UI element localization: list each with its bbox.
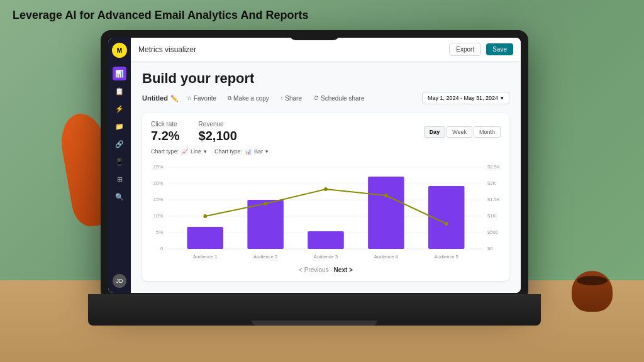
svg-rect-19	[247, 200, 284, 249]
chart-type-bar-selector[interactable]: Chart type: 📊 Bar ▾	[214, 148, 269, 155]
sidebar-item-apps[interactable]: ⊞	[113, 172, 126, 186]
clock-icon: ⏱	[313, 95, 319, 101]
user-avatar[interactable]: JD	[113, 274, 126, 288]
screen-content: M 📊 📋 ⚡ 📁 🔗 📱 ⊞ 🔍 JD Metrics visualizer	[108, 38, 521, 293]
svg-text:Audience 4: Audience 4	[374, 254, 399, 260]
svg-rect-21	[368, 177, 404, 249]
app-logo: M	[112, 43, 127, 58]
sidebar-item-reports[interactable]: 📋	[113, 84, 126, 98]
main-content: Metrics visualizer Export Save Build you…	[131, 38, 521, 293]
laptop: M 📊 📋 ⚡ 📁 🔗 📱 ⊞ 🔍 JD Metrics visualizer	[101, 30, 528, 326]
chart-type-line-selector[interactable]: Chart type: 📈 Line ▾	[151, 148, 207, 155]
svg-point-23	[203, 214, 207, 218]
svg-text:Audience 5: Audience 5	[435, 254, 459, 260]
sidebar-item-campaigns[interactable]: 📁	[113, 119, 126, 133]
laptop-keyboard	[88, 294, 541, 326]
topbar-title: Metrics visualizer	[138, 45, 444, 54]
sidebar-item-search[interactable]: 🔍	[113, 190, 126, 204]
svg-point-26	[384, 194, 388, 197]
svg-text:15%: 15%	[153, 197, 163, 202]
svg-text:$500: $500	[487, 229, 499, 235]
content-area: Build your report Untitled ✏️ ☆ Favorite…	[131, 62, 521, 293]
chevron-down-icon-3: ▾	[265, 148, 269, 155]
prev-button[interactable]: < Previous	[299, 266, 329, 273]
line-chart-icon: 📈	[181, 148, 188, 155]
export-button[interactable]: Export	[449, 43, 481, 56]
sidebar: M 📊 📋 ⚡ 📁 🔗 📱 ⊞ 🔍 JD	[108, 38, 131, 293]
svg-text:5%: 5%	[156, 229, 163, 235]
svg-text:Audience 1: Audience 1	[193, 254, 217, 260]
sidebar-item-mobile[interactable]: 📱	[113, 155, 126, 168]
favorite-button[interactable]: ☆ Favorite	[184, 94, 219, 103]
period-week-button[interactable]: Week	[447, 126, 472, 138]
save-button[interactable]: Save	[486, 43, 513, 55]
metric-group: Click rate 7.2% Revenue $2,100	[151, 121, 424, 143]
svg-text:$0: $0	[487, 246, 493, 251]
svg-text:$1K: $1K	[487, 213, 496, 219]
laptop-screen: M 📊 📋 ⚡ 📁 🔗 📱 ⊞ 🔍 JD Metrics visualizer	[101, 30, 528, 300]
svg-text:Audience 2: Audience 2	[253, 254, 277, 260]
period-day-button[interactable]: Day	[424, 126, 446, 138]
click-rate-label: Click rate	[151, 121, 180, 128]
bar-chart-icon: 📊	[245, 148, 252, 155]
next-button[interactable]: Next >	[334, 266, 353, 273]
edit-icon[interactable]: ✏️	[170, 95, 178, 102]
chart-svg: 25% 20% 15% 10% 5% 0 $2.5K $2K $1.5K $	[151, 161, 501, 261]
svg-point-24	[264, 202, 267, 206]
click-rate-value: 7.2%	[151, 129, 180, 143]
share-label: Share	[285, 95, 302, 102]
pagination: < Previous Next >	[151, 266, 501, 273]
date-range-picker[interactable]: May 1, 2024 - May 31, 2024 ▾	[422, 92, 509, 104]
chart-controls: Chart type: 📈 Line ▾ Chart type: 📊 Bar ▾	[151, 148, 501, 155]
svg-text:20%: 20%	[153, 180, 163, 186]
copy-button[interactable]: ⧉ Make a copy	[225, 94, 272, 103]
metrics-card: Click rate 7.2% Revenue $2,100 Day	[142, 113, 509, 281]
chart-type-1-label: Chart type:	[151, 148, 179, 155]
period-month-button[interactable]: Month	[474, 126, 501, 138]
svg-text:$1.5K: $1.5K	[487, 197, 501, 202]
schedule-button[interactable]: ⏱ Schedule share	[311, 94, 367, 103]
svg-rect-18	[187, 227, 224, 249]
svg-rect-20	[308, 231, 344, 249]
page-title: Leverage AI for Advanced Email Analytics…	[13, 9, 308, 22]
revenue-label: Revenue	[199, 121, 237, 128]
svg-text:10%: 10%	[153, 213, 163, 219]
chevron-down-icon: ▾	[501, 95, 504, 101]
copy-label: Make a copy	[233, 95, 269, 102]
report-title: Build your report	[142, 70, 509, 87]
chart-type-2-value: Bar	[254, 148, 263, 155]
actions-bar: Untitled ✏️ ☆ Favorite ⧉ Make a copy ↑	[142, 92, 509, 104]
sidebar-item-automation[interactable]: ⚡	[113, 102, 126, 116]
svg-text:Audience 3: Audience 3	[314, 254, 338, 260]
star-icon: ☆	[187, 95, 192, 101]
svg-text:$2K: $2K	[487, 180, 496, 186]
chevron-down-icon-2: ▾	[204, 148, 207, 155]
svg-point-25	[324, 187, 328, 191]
svg-text:0: 0	[160, 246, 164, 251]
share-button[interactable]: ↑ Share	[278, 94, 304, 103]
chart-type-2-label: Chart type:	[214, 148, 242, 155]
svg-text:25%: 25%	[153, 164, 163, 170]
chart-type-1-value: Line	[191, 148, 201, 155]
date-range-value: May 1, 2024 - May 31, 2024	[428, 95, 498, 101]
coffee-cup	[572, 271, 613, 312]
svg-text:$2.5K: $2.5K	[487, 164, 501, 170]
svg-point-27	[445, 222, 448, 226]
revenue-value: $2,100	[199, 129, 237, 143]
revenue-metric: Revenue $2,100	[199, 121, 237, 143]
share-icon: ↑	[280, 95, 284, 101]
chart-area: 25% 20% 15% 10% 5% 0 $2.5K $2K $1.5K $	[151, 161, 501, 261]
topbar: Metrics visualizer Export Save	[131, 38, 521, 62]
document-name: Untitled ✏️	[142, 94, 178, 102]
sidebar-item-integrations[interactable]: 🔗	[113, 137, 126, 151]
metrics-header: Click rate 7.2% Revenue $2,100 Day	[151, 121, 501, 143]
laptop-notch	[289, 30, 340, 40]
period-buttons: Day Week Month	[424, 126, 501, 138]
copy-icon: ⧉	[228, 95, 231, 102]
click-rate-metric: Click rate 7.2%	[151, 121, 180, 143]
schedule-label: Schedule share	[321, 95, 365, 102]
sidebar-item-analytics[interactable]: 📊	[113, 67, 126, 80]
favorite-label: Favorite	[194, 95, 216, 102]
